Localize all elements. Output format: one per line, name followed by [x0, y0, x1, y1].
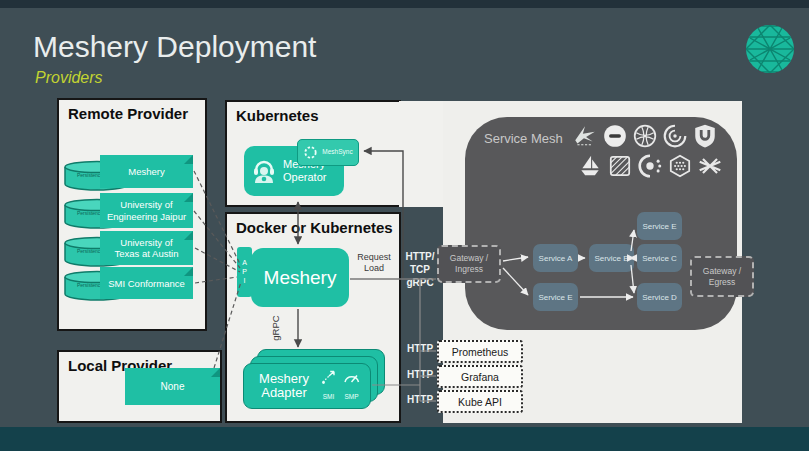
folded-corner: [184, 155, 193, 164]
docker-kubernetes-title: Docker or Kubernetes: [227, 214, 399, 236]
protocol-line: HTTP/: [401, 250, 439, 263]
meshery-label: Meshery: [264, 267, 337, 289]
meshery-adapter-box: Meshery Adapter SMI SMP: [243, 363, 371, 409]
service-label: Service C: [642, 254, 677, 263]
kubernetes-title: Kubernetes: [227, 102, 399, 124]
sync-circle-icon: [303, 145, 318, 160]
service-box-c: Service C: [637, 244, 682, 272]
service-label: Service E: [538, 293, 572, 302]
service-label: Service A: [539, 254, 573, 263]
service-box-e-right: Service E: [637, 212, 682, 240]
none-provider-item: None: [125, 368, 220, 405]
smi-hand-icon: [320, 370, 337, 385]
page-title: Meshery Deployment: [33, 30, 316, 64]
swirl-mesh-logo-icon: [662, 123, 688, 149]
service-label: Service E: [642, 222, 676, 231]
provider-item-smi-conformance: SMI Conformance: [100, 267, 193, 299]
origami-mesh-logo-icon: [572, 123, 598, 149]
mesh-logos-row-1: [572, 123, 718, 149]
top-bar: [0, 0, 809, 8]
service-label: Service B: [594, 254, 628, 263]
smi-label: SMI: [323, 393, 335, 400]
http-edge-label: HTTP: [401, 369, 439, 380]
weave-x-logo-icon: [697, 153, 723, 179]
smp-label: SMP: [344, 393, 358, 400]
provider-item-label: University of Texas at Austin: [108, 237, 185, 260]
request-load-label: Request Load: [352, 252, 396, 275]
grpc-edge-label: gRPC: [270, 306, 282, 350]
folded-corner: [184, 231, 193, 240]
monitoring-label: Grafana: [461, 371, 499, 383]
api-tab: API: [237, 247, 252, 297]
page-subtitle: Providers: [35, 69, 103, 87]
meshsync-box: MeshSync: [297, 139, 359, 166]
slide: Meshery Deployment Providers Remote Prov…: [0, 0, 809, 451]
protocol-line: gRPC: [401, 276, 439, 289]
provider-item-label: SMI Conformance: [108, 278, 185, 289]
gateway-ingress-label: Gateway / Ingress: [439, 253, 499, 274]
monitoring-label: Kube API: [458, 396, 502, 408]
mesh-logos-row-2: [577, 153, 723, 179]
consul-c-logo-icon: [637, 153, 663, 179]
circle-wordmark-logo-icon: [602, 123, 628, 149]
protocol-label: HTTP/ TCP gRPC: [401, 250, 439, 289]
shield-u-logo-icon: [692, 123, 718, 149]
smp-icon-block: SMP: [342, 370, 361, 403]
gateway-ingress-box: Gateway / Ingress: [437, 245, 501, 283]
mesh-sphere-logo-icon: [632, 123, 658, 149]
http-edge-label: HTTP: [401, 343, 439, 354]
meshery-adapter-label: Meshery Adapter: [253, 372, 315, 401]
panel-bridge: [399, 101, 443, 207]
http-edge-label: HTTP: [401, 394, 439, 405]
provider-item-label: University of Engineering Jaipur: [104, 199, 189, 222]
monitoring-box-grafana: Grafana: [437, 365, 523, 388]
api-tab-label: API: [241, 259, 248, 286]
service-mesh-title: Service Mesh: [484, 131, 563, 146]
protocol-line: TCP: [401, 263, 439, 276]
operator-headset-icon: [251, 158, 277, 184]
dotted-hexagon-logo-icon: [667, 153, 693, 179]
meshsync-label: MeshSync: [322, 149, 352, 156]
provider-item-label: Meshery: [128, 166, 164, 177]
service-box-d: Service D: [637, 283, 682, 311]
monitoring-box-prometheus: Prometheus: [437, 340, 523, 363]
bottom-bar: [0, 427, 809, 451]
service-box-e-left: Service E: [533, 283, 578, 311]
folded-corner: [184, 267, 193, 276]
service-box-a: Service A: [533, 244, 578, 272]
service-box-b: Service B: [589, 244, 634, 272]
meshery-brand-logo-icon: [745, 24, 795, 74]
provider-item-university-jaipur: University of Engineering Jaipur: [100, 193, 193, 228]
gateway-egress-box: Gateway / Egress: [690, 256, 754, 297]
gateway-egress-label: Gateway / Egress: [692, 266, 752, 287]
istio-sailboat-logo-icon: [577, 153, 603, 179]
provider-item-meshery: Meshery: [100, 155, 193, 188]
smp-gauge-icon: [342, 370, 361, 385]
provider-item-university-texas: University of Texas at Austin: [100, 231, 193, 265]
monitoring-box-kube-api: Kube API: [437, 390, 523, 413]
hatched-cube-logo-icon: [607, 153, 633, 179]
meshery-box: Meshery: [251, 248, 349, 307]
smi-icon-block: SMI: [320, 370, 337, 403]
monitoring-label: Prometheus: [452, 346, 509, 358]
service-label: Service D: [642, 293, 677, 302]
none-label: None: [161, 381, 185, 392]
folded-corner: [184, 193, 193, 202]
folded-corner: [211, 368, 220, 377]
remote-provider-title: Remote Provider: [59, 100, 205, 122]
